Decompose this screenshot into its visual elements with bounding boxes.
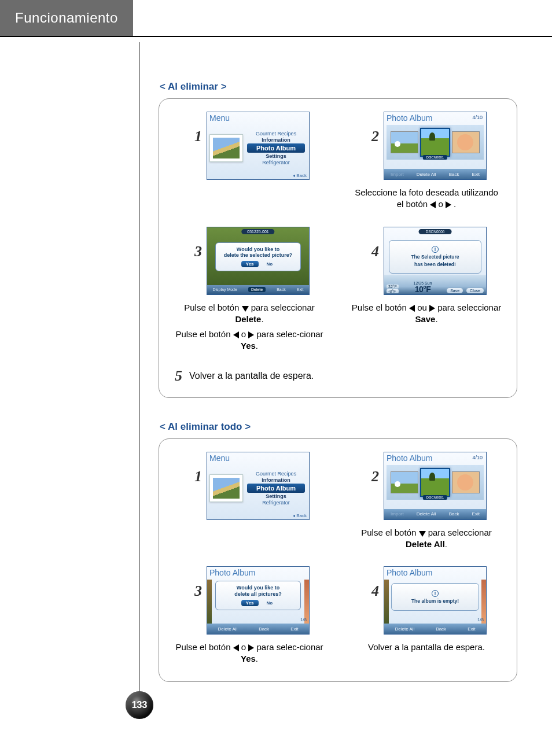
lcd-deleted-notify-screen: DSCN0006 ! The Selected picture has been… — [384, 227, 487, 295]
step-row: 3 Photo Album Would you like to delete a… — [170, 566, 506, 665]
right-arrow-icon — [446, 201, 451, 208]
lcd-status-bar: 32°F -8°F 12/25 Sun 10°F Save Close — [384, 275, 486, 294]
lcd-btn-back: Back — [448, 511, 461, 517]
lcd-photo-album-screen: Photo Album 4/10 DSCN0001 Import Delete … — [384, 452, 487, 520]
left-arrow-icon — [409, 305, 415, 312]
step-4: 4 Photo Album ! The album is empty! 1/8 … — [347, 566, 506, 665]
notification-text: The Selected picture — [411, 254, 459, 260]
photo-thumb-selected — [420, 468, 450, 497]
dialog-text: Would you like to — [218, 585, 298, 591]
step-5: 5 Volver a la pantalla de espera. — [170, 368, 506, 383]
menu-item: Settings — [266, 153, 286, 159]
step-3: 3 Photo Album Would you like to delete a… — [170, 566, 329, 665]
menu-item: Information — [262, 477, 290, 483]
step-number: 3 — [189, 566, 202, 599]
vertical-gutter-line — [139, 42, 139, 693]
dialog-text: Would you like to — [218, 246, 298, 253]
step-1: 1 Menu Gourmet Recipes Information Photo… — [170, 112, 329, 211]
temp-readings: 32°F -8°F — [387, 285, 399, 293]
lcd-title: Photo Album — [387, 113, 432, 123]
dialog-text: delete all pictures? — [218, 591, 298, 598]
notification-panel: ! The Selected picture has been deleted! — [389, 240, 481, 274]
lcd-title: Menu — [209, 453, 230, 463]
photo-counter: 1/8 — [477, 617, 484, 622]
lcd-back-link: ◂ Back — [293, 513, 307, 518]
down-arrow-icon — [419, 531, 426, 537]
photo-filename: DSCN0001 — [423, 155, 447, 160]
lcd-btn-delete-all: Delete All — [415, 511, 437, 517]
notification-panel: ! The album is empty! — [391, 583, 479, 611]
page-content: < Al eliminar > 1 Menu Gourmet Recipes I… — [159, 81, 517, 705]
photo-counter: 1/8 — [300, 617, 307, 622]
right-arrow-icon — [248, 331, 254, 338]
step-number: 1 — [189, 112, 202, 144]
lcd-delete-confirm-screen: 051225-001 Would you like to delete the … — [207, 227, 310, 295]
step-number: 1 — [189, 452, 202, 484]
step-text: Volver a la pantalla de espera. — [189, 371, 314, 381]
step-caption: Pulse el botón o para selec-cionar Yes. — [174, 641, 325, 665]
step-caption: Pulse el botón ou para seleccionar Save. — [351, 302, 502, 326]
lcd-title: Photo Album — [387, 453, 432, 463]
photo-strip: DSCN0001 — [387, 465, 484, 500]
lcd-btn-back: Back — [448, 172, 461, 177]
step-caption: Pulse el botón para seleccionar Delete. — [174, 302, 325, 326]
step-row: 1 Menu Gourmet Recipes Information Photo… — [170, 452, 506, 551]
page-number-badge: 133 — [126, 691, 153, 719]
step-caption: Seleccione la foto deseada utilizando el… — [351, 187, 502, 211]
photo-thumb — [391, 131, 418, 153]
right-arrow-icon — [248, 644, 254, 651]
info-icon: ! — [432, 590, 439, 597]
lcd-btn: Display Mode — [213, 287, 237, 292]
step-number: 2 — [366, 452, 379, 484]
step-2: 2 Photo Album 4/10 DSCN0001 Import Dele — [347, 452, 506, 551]
section-title-delete: < Al eliminar > — [160, 81, 517, 93]
menu-item: Refrigerator — [262, 500, 290, 506]
lcd-btn-exit: Exit — [466, 626, 476, 632]
lcd-photo-album-screen: Photo Album 4/10 DSCN0001 Import Delete … — [384, 112, 487, 180]
menu-item: Settings — [266, 493, 286, 499]
photo-thumb-selected — [420, 128, 450, 157]
dialog-no-btn: No — [264, 261, 275, 267]
steps-box-delete-all: 1 Menu Gourmet Recipes Information Photo… — [159, 438, 517, 682]
temp-fridge: 32°F — [387, 285, 399, 289]
menu-thumbnail — [209, 474, 243, 502]
step-number: 4 — [366, 566, 379, 599]
menu-item: Refrigerator — [262, 160, 290, 165]
lcd-btn-close: Close — [466, 288, 484, 293]
step-1: 1 Menu Gourmet Recipes Information Photo… — [170, 452, 329, 551]
lcd-back-link: ◂ Back — [293, 173, 307, 178]
menu-item: Gourmet Recipes — [256, 131, 296, 137]
temp-freezer: -8°F — [387, 289, 399, 293]
step-3: 3 051225-001 Would you like to delete th… — [170, 227, 329, 352]
confirm-dialog: Would you like to delete all pictures? Y… — [215, 581, 301, 610]
left-arrow-icon — [430, 201, 436, 208]
dialog-no-btn: No — [264, 600, 275, 606]
menu-item-selected: Photo Album — [247, 484, 305, 493]
dialog-text: delete the selected picture? — [218, 252, 298, 259]
photo-counter: 4/10 — [472, 455, 483, 460]
lcd-title: Photo Album — [387, 568, 432, 577]
lcd-btn-back: Back — [257, 626, 270, 632]
photo-counter: 4/10 — [472, 115, 483, 120]
lcd-btn-exit: Exit — [289, 626, 299, 632]
step-number: 5 — [170, 368, 182, 383]
step-caption: Pulse el botón para seleccionar Delete A… — [351, 527, 502, 551]
lcd-btn-delete-all: Delete All — [415, 172, 437, 177]
info-icon: ! — [432, 246, 439, 253]
step-number: 4 — [366, 227, 379, 259]
header-rule — [0, 36, 552, 37]
step-4: 4 DSCN0006 ! The Selected picture has be… — [347, 227, 506, 352]
lcd-btn: Back — [277, 287, 286, 292]
lcd-btn-import: Import — [389, 511, 405, 517]
step-caption: Volver a la pantalla de espera. — [368, 641, 485, 653]
photo-filename: DSCN0006 — [419, 229, 452, 234]
menu-item-selected: Photo Album — [247, 143, 305, 153]
left-arrow-icon — [233, 644, 239, 651]
lcd-button-bar: Delete All Back Exit — [207, 624, 309, 634]
right-arrow-icon — [429, 305, 435, 312]
dialog-yes-btn: Yes — [241, 600, 259, 606]
step-caption: Pulse el botón o para selec-cionar Yes. — [174, 329, 325, 352]
step-2: 2 Photo Album 4/10 DSCN0001 Import — [347, 112, 506, 211]
lcd-button-bar: Display Mode Delete Back Exit — [207, 285, 309, 294]
lcd-btn-save: Save — [447, 288, 463, 293]
